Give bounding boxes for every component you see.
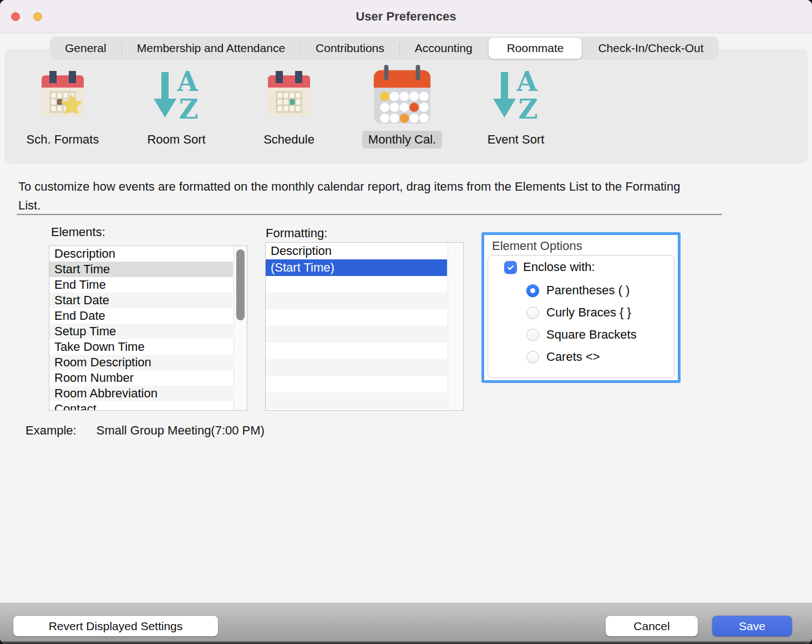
tab-accounting[interactable]: Accounting xyxy=(400,37,488,60)
instructions-text: To customize how events are formatted on… xyxy=(18,177,681,215)
footer-bar: Revert Displayed Settings Cancel Save xyxy=(0,603,812,644)
formatting-list-item[interactable]: Description xyxy=(266,243,447,259)
elements-list-item[interactable]: Take Down Time xyxy=(49,339,233,355)
elements-list-item[interactable]: End Date xyxy=(49,308,233,324)
element-options-title: Element Options xyxy=(492,239,582,253)
radio-label: Parentheses ( ) xyxy=(546,283,630,298)
radio-square-brackets[interactable] xyxy=(526,329,539,341)
sort-az-arrow-icon: A Z xyxy=(120,62,233,129)
radio-label: Carets <> xyxy=(546,350,600,364)
radio-carets[interactable] xyxy=(526,351,539,364)
radio-row-curly-braces[interactable]: Curly Braces { } xyxy=(526,305,631,320)
elements-list-label: Elements: xyxy=(51,225,105,239)
toolbar-item-schedule[interactable]: Schedule xyxy=(232,62,346,149)
toolbar-item-label: Schedule xyxy=(257,131,321,149)
formatting-list-empty-row xyxy=(266,309,447,326)
elements-list-item[interactable]: Room Number xyxy=(49,370,233,386)
elements-list: Description Start Time End Time Start Da… xyxy=(49,246,247,411)
element-options-panel: Element Options Enclose with: Parenthese… xyxy=(481,232,681,383)
radio-label: Square Brackets xyxy=(546,328,637,342)
minimize-window-button[interactable] xyxy=(33,12,42,21)
example-value: Small Group Meeting(7:00 PM) xyxy=(97,423,265,437)
radio-parentheses-selected[interactable] xyxy=(526,284,539,297)
elements-list-item[interactable]: Contact xyxy=(49,401,233,411)
calendar-grid-icon xyxy=(232,62,346,129)
toolbar-item-sch-formats[interactable]: Sch. Formats xyxy=(6,62,119,149)
elements-list-scrollbar[interactable] xyxy=(234,246,247,410)
elements-list-item[interactable]: Room Abbreviation xyxy=(49,386,233,401)
radio-label: Curly Braces { } xyxy=(546,305,631,320)
formatting-list-scrollbar[interactable] xyxy=(448,243,463,410)
svg-text:Z: Z xyxy=(179,94,198,122)
tab-check-in-check-out[interactable]: Check-In/Check-Out xyxy=(583,37,718,60)
save-button[interactable]: Save xyxy=(712,616,792,636)
cancel-button[interactable]: Cancel xyxy=(606,616,698,636)
close-window-button[interactable] xyxy=(11,12,20,21)
elements-list-item[interactable]: Setup Time xyxy=(49,324,233,339)
enclose-with-checkbox-row[interactable]: Enclose with: xyxy=(504,260,595,274)
toolbar-item-label: Room Sort xyxy=(141,131,211,149)
svg-text:A: A xyxy=(176,69,198,97)
formatting-list-empty-row xyxy=(266,343,447,359)
elements-list-item[interactable]: Room Description xyxy=(49,355,233,370)
elements-list-item[interactable]: Start Date xyxy=(49,293,233,308)
window-title: User Preferences xyxy=(0,0,812,33)
tab-contributions[interactable]: Contributions xyxy=(301,37,399,60)
elements-list-item[interactable]: End Time xyxy=(49,277,233,293)
tab-roommate[interactable]: Roommate xyxy=(489,38,582,59)
user-preferences-window: User Preferences General Membership and … xyxy=(0,0,812,644)
toolbar-item-monthly-cal[interactable]: Monthly Cal. xyxy=(346,62,459,149)
example-row: Example:Small Group Meeting(7:00 PM) xyxy=(26,423,265,438)
formatting-list: Description (Start Time) xyxy=(265,242,464,411)
radio-row-parentheses[interactable]: Parentheses ( ) xyxy=(526,283,630,298)
radio-row-square-brackets[interactable]: Square Brackets xyxy=(526,328,637,342)
checkmark-icon xyxy=(506,263,515,272)
elements-list-item-selected[interactable]: Start Time xyxy=(49,262,233,277)
titlebar: User Preferences xyxy=(0,0,812,33)
formatting-list-empty-row xyxy=(266,376,447,392)
formatting-list-empty-row xyxy=(266,326,447,343)
formatting-list-item-selected[interactable]: (Start Time) xyxy=(266,259,447,276)
svg-text:Z: Z xyxy=(518,94,537,122)
formatting-list-label: Formatting: xyxy=(266,226,327,241)
svg-text:A: A xyxy=(516,69,537,97)
radio-curly-braces[interactable] xyxy=(526,306,539,319)
formatting-list-empty-row xyxy=(266,359,447,376)
section-divider xyxy=(17,214,722,215)
formatting-list-empty-row xyxy=(266,293,447,309)
calendar-star-icon xyxy=(6,62,119,129)
example-label: Example: xyxy=(26,423,77,437)
formatting-list-empty-row xyxy=(266,276,447,293)
enclose-with-label: Enclose with: xyxy=(523,260,595,274)
tab-membership-and-attendance[interactable]: Membership and Attendance xyxy=(122,37,300,60)
toolbar-item-label: Event Sort xyxy=(481,131,551,149)
monthly-calendar-icon xyxy=(346,62,459,129)
tab-general[interactable]: General xyxy=(50,37,121,60)
roommate-toolbar-panel: Sch. Formats A Z Room Sort xyxy=(4,49,808,163)
scrollbar-thumb[interactable] xyxy=(236,249,245,320)
toolbar-item-event-sort[interactable]: A Z Event Sort xyxy=(459,62,572,149)
toolbar-item-label: Sch. Formats xyxy=(21,131,105,149)
toolbar-item-label: Monthly Cal. xyxy=(362,131,442,149)
sort-az-arrow-icon: A Z xyxy=(459,62,572,129)
elements-list-item[interactable]: Description xyxy=(49,246,233,262)
toolbar-item-room-sort[interactable]: A Z Room Sort xyxy=(120,62,233,149)
revert-displayed-settings-button[interactable]: Revert Displayed Settings xyxy=(13,616,218,636)
radio-row-carets[interactable]: Carets <> xyxy=(526,350,600,364)
enclose-with-checkbox-checked[interactable] xyxy=(504,261,517,274)
preferences-tab-bar: General Membership and Attendance Contri… xyxy=(50,37,719,60)
formatting-list-empty-row xyxy=(266,392,447,409)
